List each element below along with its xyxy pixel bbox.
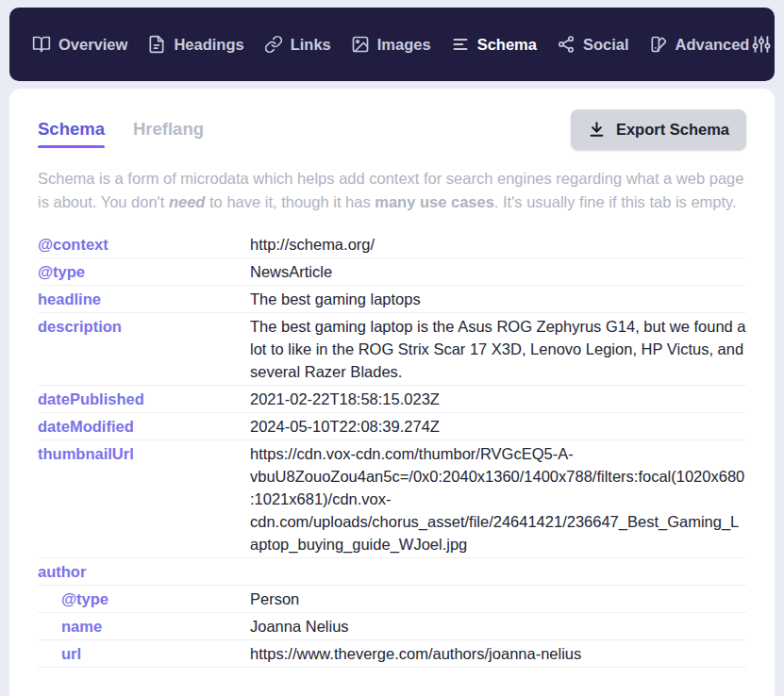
share-nodes-icon [557, 35, 575, 54]
nav-items: Overview Headings Links Images Schema So… [32, 35, 749, 54]
schema-intro: Schema is a form of microdata which help… [38, 167, 746, 214]
schema-key: description [38, 315, 250, 383]
table-row: name Joanna Nelius [38, 613, 746, 640]
table-row: url https://www.theverge.com/authors/joa… [38, 640, 746, 668]
nav-item-schema[interactable]: Schema [451, 35, 537, 54]
nav-item-headings[interactable]: Headings [147, 35, 243, 54]
table-row: datePublished 2021-02-22T18:58:15.023Z [38, 386, 746, 413]
schema-key: name [38, 615, 250, 638]
table-row: @type NewsArticle [38, 258, 746, 286]
tab-schema[interactable]: Schema [38, 119, 105, 148]
table-row: @context http://schema.org/ [38, 231, 746, 258]
schema-key: author [38, 560, 250, 583]
document-icon [147, 35, 166, 54]
filters-button[interactable] [749, 32, 774, 57]
nav-item-social[interactable]: Social [557, 35, 629, 54]
export-schema-label: Export Schema [616, 121, 729, 139]
schema-key: headline [38, 288, 250, 310]
nav-item-label: Images [377, 36, 431, 54]
nav-item-advanced[interactable]: Advanced [649, 35, 750, 54]
nav-item-label: Headings [174, 36, 243, 54]
content-card: Schema Hreflang Export Schema Schema is … [9, 89, 775, 696]
table-row: @type Person [38, 586, 746, 613]
schema-key: datePublished [38, 388, 250, 410]
nav-item-links[interactable]: Links [264, 35, 331, 54]
export-schema-button[interactable]: Export Schema [571, 109, 746, 150]
schema-value: https://cdn.vox-cdn.com/thumbor/RVGcEQ5-… [250, 442, 746, 555]
schema-table: @context http://schema.org/ @type NewsAr… [38, 231, 746, 668]
nav-item-overview[interactable]: Overview [32, 35, 127, 54]
nav-item-label: Schema [477, 36, 537, 54]
schema-key: url [38, 642, 250, 665]
table-row: description The best gaming laptop is th… [38, 313, 746, 386]
tab-bar: Schema Hreflang [38, 109, 204, 148]
schema-value: Joanna Nelius [250, 615, 746, 638]
table-row: author [38, 558, 746, 586]
schema-value: https://www.theverge.com/authors/joanna-… [250, 642, 746, 665]
nav-item-images[interactable]: Images [351, 35, 431, 54]
schema-value: Person [250, 588, 746, 610]
schema-key: thumbnailUrl [38, 442, 250, 555]
sliders-icon [751, 34, 772, 55]
schema-value [250, 560, 746, 583]
schema-value: 2021-02-22T18:58:15.023Z [250, 388, 746, 410]
table-row: dateModified 2024-05-10T22:08:39.274Z [38, 413, 746, 440]
schema-key: dateModified [38, 415, 250, 438]
schema-value: http://schema.org/ [250, 233, 746, 256]
top-navbar: Overview Headings Links Images Schema So… [9, 8, 775, 81]
image-icon [351, 35, 370, 54]
table-row: thumbnailUrl https://cdn.vox-cdn.com/thu… [38, 440, 746, 558]
book-open-icon [32, 35, 51, 54]
table-row: headline The best gaming laptops [38, 286, 746, 313]
nav-item-label: Advanced [676, 36, 750, 54]
nav-item-label: Social [583, 36, 629, 54]
schema-value: 2024-05-10T22:08:39.274Z [250, 415, 746, 438]
swatchbook-icon [649, 35, 668, 54]
schema-key: @type [38, 260, 250, 283]
bars-staggered-icon [451, 35, 470, 54]
schema-value: The best gaming laptop is the Asus ROG Z… [250, 315, 746, 383]
schema-value: NewsArticle [250, 260, 746, 283]
schema-key: @context [38, 233, 250, 256]
nav-item-label: Overview [58, 36, 127, 54]
schema-value: The best gaming laptops [250, 288, 746, 310]
schema-key: @type [38, 588, 250, 610]
tab-hreflang[interactable]: Hreflang [133, 119, 204, 148]
download-icon [588, 121, 606, 139]
nav-item-label: Links [291, 36, 331, 54]
card-header: Schema Hreflang Export Schema [38, 109, 746, 150]
link-icon [264, 35, 283, 54]
